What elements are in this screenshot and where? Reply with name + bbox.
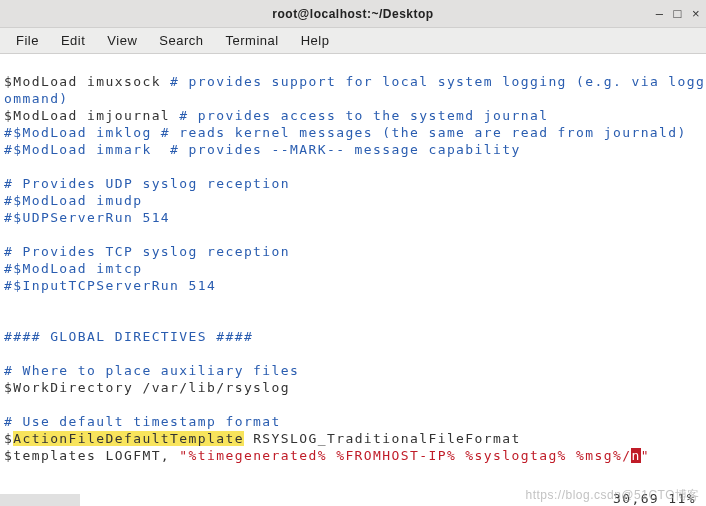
code-line: $templates LOGFMT, [4, 448, 179, 463]
comment: #$InputTCPServerRun 514 [4, 278, 216, 293]
watermark: https://blog.csdn@51CTO博客 [525, 487, 700, 504]
maximize-button[interactable]: □ [674, 6, 682, 21]
menu-bar: File Edit View Search Terminal Help [0, 28, 706, 54]
comment: # Provides UDP syslog reception [4, 176, 290, 191]
bottom-left-box [0, 494, 80, 506]
minimize-button[interactable]: – [656, 6, 664, 21]
comment: # Provides TCP syslog reception [4, 244, 290, 259]
menu-help[interactable]: Help [291, 30, 340, 51]
comment: #$ModLoad imudp [4, 193, 142, 208]
menu-terminal[interactable]: Terminal [216, 30, 289, 51]
comment: #$ModLoad immark # provides --MARK-- mes… [4, 142, 521, 157]
comment: #### GLOBAL DIRECTIVES #### [4, 329, 253, 344]
comment: # provides support for local system logg… [170, 74, 706, 89]
code-line: $ModLoad imjournal [4, 108, 179, 123]
window-titlebar: root@localhost:~/Desktop – □ × [0, 0, 706, 28]
menu-search[interactable]: Search [149, 30, 213, 51]
comment: ommand) [4, 91, 69, 106]
search-highlight: ActionFileDefaultTemplate [13, 431, 244, 446]
comment: #$ModLoad imtcp [4, 261, 142, 276]
comment: # Where to place auxiliary files [4, 363, 299, 378]
string-literal: "%timegenerated% %FROMHOST-IP% %syslogta… [179, 448, 631, 463]
menu-edit[interactable]: Edit [51, 30, 95, 51]
terminal-content[interactable]: $ModLoad imuxsock # provides support for… [0, 54, 706, 466]
cursor: n [631, 448, 640, 463]
menu-file[interactable]: File [6, 30, 49, 51]
window-title: root@localhost:~/Desktop [272, 7, 433, 21]
comment: #$ModLoad imklog # reads kernel messages… [4, 125, 687, 140]
comment: #$UDPServerRun 514 [4, 210, 170, 225]
comment: # Use default timestamp format [4, 414, 281, 429]
code-line: $WorkDirectory /var/lib/rsyslog [4, 380, 290, 395]
window-controls: – □ × [656, 6, 700, 21]
close-button[interactable]: × [692, 6, 700, 21]
code-line: RSYSLOG_TraditionalFileFormat [244, 431, 521, 446]
string-literal: " [641, 448, 650, 463]
code-line: $ [4, 431, 13, 446]
comment: # provides access to the systemd journal [179, 108, 548, 123]
menu-view[interactable]: View [97, 30, 147, 51]
code-line: $ModLoad imuxsock [4, 74, 170, 89]
